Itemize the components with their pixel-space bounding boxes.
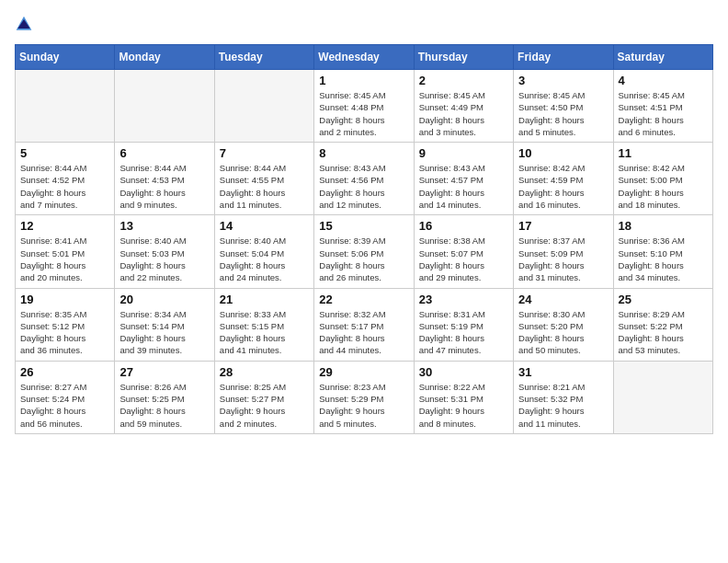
day-info: Sunrise: 8:36 AM Sunset: 5:10 PM Dayligh… [619, 235, 708, 283]
day-info: Sunrise: 8:29 AM Sunset: 5:22 PM Dayligh… [619, 308, 708, 357]
calendar-cell: 19Sunrise: 8:35 AM Sunset: 5:12 PM Dayli… [16, 288, 115, 361]
calendar-week-row: 1Sunrise: 8:45 AM Sunset: 4:48 PM Daylig… [16, 70, 713, 143]
day-info: Sunrise: 8:44 AM Sunset: 4:55 PM Dayligh… [220, 162, 309, 211]
day-info: Sunrise: 8:33 AM Sunset: 5:15 PM Dayligh… [220, 308, 309, 357]
day-number: 6 [119, 146, 209, 160]
calendar-cell: 25Sunrise: 8:29 AM Sunset: 5:22 PM Dayli… [613, 288, 712, 361]
day-number: 8 [319, 146, 408, 160]
day-number: 9 [419, 146, 508, 160]
day-number: 28 [220, 365, 309, 379]
day-number: 18 [619, 219, 708, 233]
day-info: Sunrise: 8:22 AM Sunset: 5:31 PM Dayligh… [419, 381, 508, 430]
day-number: 2 [419, 74, 508, 87]
day-info: Sunrise: 8:42 AM Sunset: 4:59 PM Dayligh… [518, 162, 608, 211]
weekday-header-wednesday: Wednesday [314, 45, 414, 70]
day-number: 13 [119, 219, 209, 233]
calendar-cell: 12Sunrise: 8:41 AM Sunset: 5:01 PM Dayli… [16, 215, 115, 288]
calendar-cell: 27Sunrise: 8:26 AM Sunset: 5:25 PM Dayli… [115, 361, 214, 433]
calendar-week-row: 19Sunrise: 8:35 AM Sunset: 5:12 PM Dayli… [16, 288, 713, 361]
calendar-week-row: 26Sunrise: 8:27 AM Sunset: 5:24 PM Dayli… [16, 361, 713, 433]
day-number: 22 [319, 293, 408, 306]
day-number: 30 [419, 365, 508, 379]
day-info: Sunrise: 8:34 AM Sunset: 5:14 PM Dayligh… [119, 308, 209, 357]
calendar-cell: 16Sunrise: 8:38 AM Sunset: 5:07 PM Dayli… [414, 215, 513, 288]
day-info: Sunrise: 8:37 AM Sunset: 5:09 PM Dayligh… [518, 235, 608, 283]
day-info: Sunrise: 8:44 AM Sunset: 4:53 PM Dayligh… [119, 162, 209, 211]
day-number: 14 [220, 219, 309, 233]
calendar-cell: 14Sunrise: 8:40 AM Sunset: 5:04 PM Dayli… [214, 215, 313, 288]
weekday-header-friday: Friday [514, 45, 613, 70]
calendar-cell: 7Sunrise: 8:44 AM Sunset: 4:55 PM Daylig… [214, 143, 313, 215]
day-info: Sunrise: 8:39 AM Sunset: 5:06 PM Dayligh… [319, 235, 408, 283]
calendar-week-row: 12Sunrise: 8:41 AM Sunset: 5:01 PM Dayli… [16, 215, 713, 288]
calendar-cell: 1Sunrise: 8:45 AM Sunset: 4:48 PM Daylig… [314, 70, 414, 143]
day-number: 29 [319, 365, 408, 379]
day-number: 17 [518, 219, 608, 233]
calendar-cell: 5Sunrise: 8:44 AM Sunset: 4:52 PM Daylig… [16, 143, 115, 215]
calendar-cell: 10Sunrise: 8:42 AM Sunset: 4:59 PM Dayli… [514, 143, 613, 215]
day-number: 16 [419, 219, 508, 233]
calendar-cell: 24Sunrise: 8:30 AM Sunset: 5:20 PM Dayli… [514, 288, 613, 361]
day-number: 7 [220, 146, 309, 160]
day-number: 5 [20, 146, 109, 160]
weekday-header-row: SundayMondayTuesdayWednesdayThursdayFrid… [16, 45, 713, 70]
day-info: Sunrise: 8:40 AM Sunset: 5:03 PM Dayligh… [119, 235, 209, 283]
day-number: 23 [419, 293, 508, 306]
calendar-cell: 8Sunrise: 8:43 AM Sunset: 4:56 PM Daylig… [314, 143, 414, 215]
day-number: 21 [220, 293, 309, 306]
calendar-cell: 20Sunrise: 8:34 AM Sunset: 5:14 PM Dayli… [115, 288, 214, 361]
calendar-cell: 4Sunrise: 8:45 AM Sunset: 4:51 PM Daylig… [613, 70, 712, 143]
calendar-cell: 26Sunrise: 8:27 AM Sunset: 5:24 PM Dayli… [16, 361, 115, 433]
calendar-cell: 9Sunrise: 8:43 AM Sunset: 4:57 PM Daylig… [414, 143, 513, 215]
calendar-cell: 13Sunrise: 8:40 AM Sunset: 5:03 PM Dayli… [115, 215, 214, 288]
calendar-cell: 21Sunrise: 8:33 AM Sunset: 5:15 PM Dayli… [214, 288, 313, 361]
day-info: Sunrise: 8:44 AM Sunset: 4:52 PM Dayligh… [20, 162, 109, 211]
calendar-cell: 18Sunrise: 8:36 AM Sunset: 5:10 PM Dayli… [613, 215, 712, 288]
day-info: Sunrise: 8:21 AM Sunset: 5:32 PM Dayligh… [518, 381, 608, 430]
day-number: 11 [619, 146, 708, 160]
day-info: Sunrise: 8:45 AM Sunset: 4:51 PM Dayligh… [619, 89, 708, 138]
calendar-cell: 15Sunrise: 8:39 AM Sunset: 5:06 PM Dayli… [314, 215, 414, 288]
day-info: Sunrise: 8:40 AM Sunset: 5:04 PM Dayligh… [220, 235, 309, 283]
calendar-cell: 31Sunrise: 8:21 AM Sunset: 5:32 PM Dayli… [514, 361, 613, 433]
calendar-cell: 22Sunrise: 8:32 AM Sunset: 5:17 PM Dayli… [314, 288, 414, 361]
logo-icon [15, 15, 33, 33]
day-info: Sunrise: 8:31 AM Sunset: 5:19 PM Dayligh… [419, 308, 508, 357]
svg-marker-1 [17, 19, 29, 29]
day-number: 24 [518, 293, 608, 306]
day-number: 31 [518, 365, 608, 379]
calendar-cell: 17Sunrise: 8:37 AM Sunset: 5:09 PM Dayli… [514, 215, 613, 288]
calendar-cell: 28Sunrise: 8:25 AM Sunset: 5:27 PM Dayli… [214, 361, 313, 433]
calendar-cell: 29Sunrise: 8:23 AM Sunset: 5:29 PM Dayli… [314, 361, 414, 433]
calendar-cell: 23Sunrise: 8:31 AM Sunset: 5:19 PM Dayli… [414, 288, 513, 361]
day-number: 15 [319, 219, 408, 233]
calendar-cell: 30Sunrise: 8:22 AM Sunset: 5:31 PM Dayli… [414, 361, 513, 433]
day-number: 26 [20, 365, 109, 379]
day-info: Sunrise: 8:26 AM Sunset: 5:25 PM Dayligh… [119, 381, 209, 430]
day-number: 19 [20, 293, 109, 306]
calendar-table: SundayMondayTuesdayWednesdayThursdayFrid… [15, 44, 713, 434]
calendar-cell: 11Sunrise: 8:42 AM Sunset: 5:00 PM Dayli… [613, 143, 712, 215]
day-number: 3 [518, 74, 608, 87]
calendar-cell: 2Sunrise: 8:45 AM Sunset: 4:49 PM Daylig… [414, 70, 513, 143]
day-info: Sunrise: 8:45 AM Sunset: 4:49 PM Dayligh… [419, 89, 508, 138]
day-number: 25 [619, 293, 708, 306]
day-info: Sunrise: 8:30 AM Sunset: 5:20 PM Dayligh… [518, 308, 608, 357]
calendar-week-row: 5Sunrise: 8:44 AM Sunset: 4:52 PM Daylig… [16, 143, 713, 215]
day-info: Sunrise: 8:23 AM Sunset: 5:29 PM Dayligh… [319, 381, 408, 430]
calendar-cell [115, 70, 214, 143]
day-number: 20 [119, 293, 209, 306]
day-info: Sunrise: 8:43 AM Sunset: 4:57 PM Dayligh… [419, 162, 508, 211]
weekday-header-thursday: Thursday [414, 45, 513, 70]
calendar-cell [16, 70, 115, 143]
weekday-header-saturday: Saturday [613, 45, 712, 70]
day-info: Sunrise: 8:42 AM Sunset: 5:00 PM Dayligh… [619, 162, 708, 211]
day-info: Sunrise: 8:25 AM Sunset: 5:27 PM Dayligh… [220, 381, 309, 430]
day-info: Sunrise: 8:45 AM Sunset: 4:50 PM Dayligh… [518, 89, 608, 138]
day-info: Sunrise: 8:35 AM Sunset: 5:12 PM Dayligh… [20, 308, 109, 357]
logo [15, 15, 37, 33]
weekday-header-tuesday: Tuesday [214, 45, 313, 70]
calendar-cell: 6Sunrise: 8:44 AM Sunset: 4:53 PM Daylig… [115, 143, 214, 215]
day-info: Sunrise: 8:27 AM Sunset: 5:24 PM Dayligh… [20, 381, 109, 430]
calendar-cell: 3Sunrise: 8:45 AM Sunset: 4:50 PM Daylig… [514, 70, 613, 143]
